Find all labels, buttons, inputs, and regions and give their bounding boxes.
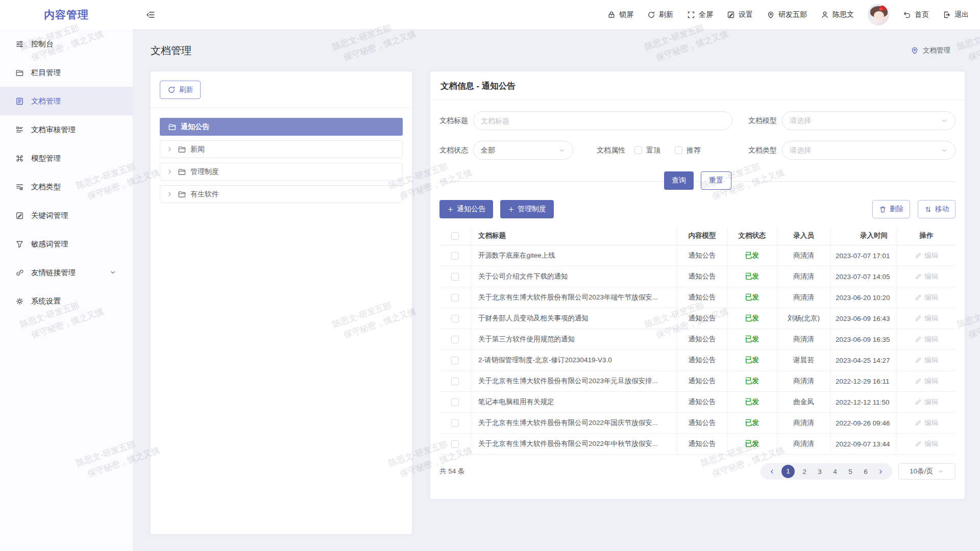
sidebar-collapse-icon[interactable] (146, 10, 155, 19)
total-count: 共 54 条 (439, 467, 465, 476)
pagination: 共 54 条 123456 10条/页 (439, 463, 955, 480)
row-checkbox[interactable] (451, 294, 459, 302)
doc-title-cell[interactable]: 笔记本电脑租用有关规定 (471, 392, 677, 412)
header-fullscreen-label: 全屏 (699, 10, 713, 19)
user-icon (821, 11, 829, 19)
chevron-down-icon (109, 269, 124, 276)
move-button[interactable]: 移动 (918, 200, 955, 218)
doc-type-select[interactable]: 请选择 (782, 141, 955, 160)
checkbox-icon[interactable] (634, 146, 642, 154)
search-button[interactable]: 查询 (664, 171, 694, 190)
edit-link[interactable]: 编辑 (915, 377, 938, 386)
edit-link[interactable]: 编辑 (915, 272, 938, 281)
header-lock-screen-button[interactable]: 锁屏 (607, 10, 633, 19)
doc-status-cell: 已发 (727, 308, 777, 329)
tree-node-新闻[interactable]: 新闻 (160, 140, 403, 158)
edit-link[interactable]: 编辑 (915, 397, 938, 407)
pager-prev-button[interactable] (767, 468, 777, 475)
add-notice-button[interactable]: 通知公告 (439, 200, 493, 218)
sidebar-item-控制台[interactable]: 控制台 (0, 30, 133, 58)
edit-link[interactable]: 编辑 (915, 314, 938, 323)
column-header: 录入时间 (830, 227, 897, 245)
delete-button[interactable]: 删除 (872, 200, 910, 218)
row-checkbox[interactable] (451, 419, 459, 427)
edit-link[interactable]: 编辑 (915, 335, 938, 344)
pager-page-3[interactable]: 3 (814, 468, 825, 475)
doc-status-cell: 已发 (727, 287, 777, 308)
header-fullscreen-button[interactable]: 全屏 (687, 10, 713, 19)
header-logout-button[interactable]: 退出 (943, 10, 969, 19)
row-checkbox-cell (439, 329, 471, 349)
pager-page-5[interactable]: 5 (845, 468, 856, 475)
row-checkbox[interactable] (451, 252, 459, 260)
sidebar-item-关键词管理[interactable]: 关键词管理 (0, 201, 133, 230)
tree-refresh-button[interactable]: 刷新 (160, 81, 201, 99)
doc-title-cell[interactable]: 2-请销假管理制度-北京-修订20230419-V3.0 (471, 350, 677, 370)
doc-title-cell[interactable]: 关于第三方软件使用规范的通知 (471, 329, 677, 349)
pager-page-6[interactable]: 6 (860, 468, 871, 475)
row-checkbox[interactable] (451, 378, 459, 385)
user-avatar[interactable] (868, 4, 889, 26)
pencil-icon (915, 336, 922, 343)
edit-link[interactable]: 编辑 (915, 293, 938, 302)
pager-next-button[interactable] (875, 468, 886, 475)
doc-status-select[interactable]: 全部 (473, 141, 573, 160)
header-home-button[interactable]: 首页 (903, 10, 929, 19)
header-refresh-button[interactable]: 刷新 (647, 10, 673, 19)
row-checkbox[interactable] (451, 440, 459, 448)
attr-recommend-checkbox[interactable]: 推荐 (675, 146, 701, 155)
category-tree-panel: 刷新 通知公告新闻管理制度有生软件 (151, 71, 412, 534)
edit-link[interactable]: 编辑 (915, 251, 938, 260)
doc-title-cell[interactable]: 关于公司介绍文件下载的通知 (471, 266, 677, 287)
sidebar-item-文档类型[interactable]: 文档类型 (0, 172, 133, 201)
table-actions: 通知公告 管理制度 删除 移动 (430, 200, 965, 218)
tree-node-有生软件[interactable]: 有生软件 (160, 185, 403, 203)
doc-model-select[interactable]: 请选择 (782, 111, 955, 130)
edit-link[interactable]: 编辑 (915, 439, 938, 448)
status-badge: 已发 (745, 439, 759, 448)
doc-title-cell[interactable]: 关于北京有生博大软件股份有限公司2022年中秋节放假安... (471, 434, 677, 454)
reset-button[interactable]: 重置 (701, 171, 731, 190)
pencil-icon (915, 315, 922, 322)
keyword-icon (15, 211, 31, 220)
sidebar-item-文档管理[interactable]: 文档管理 (0, 87, 133, 115)
page-size-select[interactable]: 10条/页 (898, 463, 955, 480)
row-checkbox[interactable] (451, 315, 459, 322)
doc-title-cell[interactable]: 关于北京有生博大软件股份有限公司2022年国庆节放假安... (471, 413, 677, 433)
sidebar: 控制台栏目管理文档管理文档审核管理模型管理文档类型关键词管理敏感词管理友情链接管… (0, 30, 133, 551)
header-settings-label: 设置 (739, 10, 753, 19)
doc-title-cell[interactable]: 关于北京有生博大软件股份有限公司2023年端午节放假安... (471, 287, 677, 308)
select-all-checkbox[interactable] (451, 232, 459, 240)
status-badge: 已发 (745, 314, 759, 323)
header-settings-button[interactable]: 设置 (727, 10, 753, 19)
header-department-button[interactable]: 研发五部 (767, 10, 807, 19)
tree-node-通知公告[interactable]: 通知公告 (160, 118, 403, 136)
doc-title-cell[interactable]: 开源数字底座在gitee上线 (471, 245, 677, 266)
row-checkbox[interactable] (451, 273, 459, 281)
row-checkbox[interactable] (451, 336, 459, 343)
attr-top-label: 置顶 (646, 146, 660, 155)
sidebar-item-系统设置[interactable]: 系统设置 (0, 287, 133, 315)
header-current-user-button[interactable]: 陈思文 (821, 10, 854, 19)
pager-page-4[interactable]: 4 (829, 468, 841, 475)
sidebar-item-栏目管理[interactable]: 栏目管理 (0, 58, 133, 87)
doc-title-cell[interactable]: 关于北京有生博大软件股份有限公司2023年元旦放假安排... (471, 371, 677, 391)
sidebar-item-友情链接管理[interactable]: 友情链接管理 (0, 258, 133, 287)
sidebar-item-敏感词管理[interactable]: 敏感词管理 (0, 230, 133, 258)
row-checkbox[interactable] (451, 398, 459, 406)
checkbox-icon[interactable] (675, 146, 682, 154)
sidebar-item-label: 文档类型 (31, 182, 61, 192)
add-rule-button[interactable]: 管理制度 (500, 200, 554, 218)
attr-top-checkbox[interactable]: 置顶 (634, 146, 660, 155)
row-checkbox[interactable] (451, 357, 459, 364)
doc-title-cell[interactable]: 于财务部人员变动及相关事项的通知 (471, 308, 677, 329)
edit-link[interactable]: 编辑 (915, 418, 938, 428)
edit-link[interactable]: 编辑 (915, 356, 938, 365)
pager-page-2[interactable]: 2 (799, 468, 810, 475)
sidebar-item-模型管理[interactable]: 模型管理 (0, 144, 133, 172)
sidebar-item-label: 控制台 (31, 39, 54, 49)
pager-page-1[interactable]: 1 (781, 465, 795, 478)
tree-node-管理制度[interactable]: 管理制度 (160, 163, 403, 181)
doc-title-input[interactable] (481, 117, 725, 125)
sidebar-item-文档审核管理[interactable]: 文档审核管理 (0, 115, 133, 144)
